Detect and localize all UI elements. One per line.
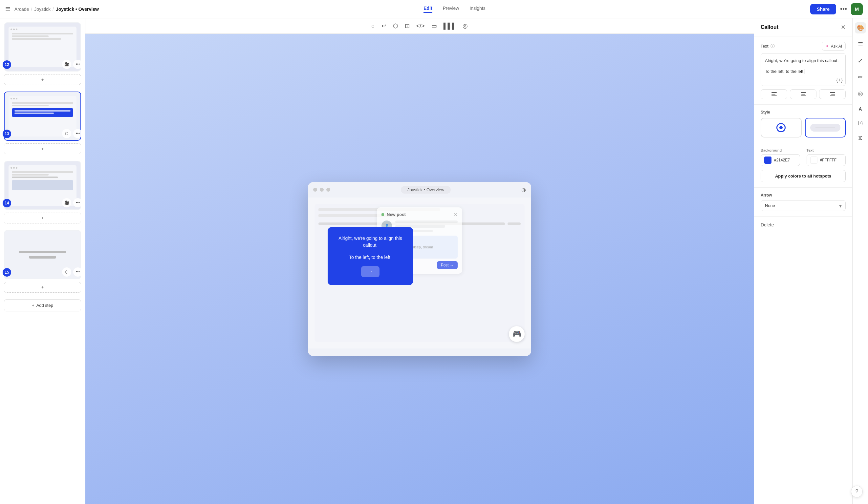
topbar-nav: Edit Preview Insights: [103, 6, 806, 13]
toolbar-rect-icon[interactable]: ▭: [431, 22, 437, 30]
svg-rect-2: [772, 95, 777, 96]
slide-thumb-15: 15 ⬡ •••: [4, 230, 81, 279]
delete-button[interactable]: Delete: [761, 222, 774, 228]
ask-ai-sparkle-icon: ✦: [825, 44, 829, 49]
ask-ai-label: Ask AI: [831, 44, 842, 49]
text-content-line3: To the left, to the left.: [765, 68, 841, 75]
text-color-swatch[interactable]: #FFFFFF: [807, 154, 846, 166]
background-color-swatch[interactable]: #2142E7: [761, 154, 800, 166]
right-icon-bar: 🎨 ☰ ⤢ ✏ ◎ A {+} ⧖: [852, 18, 868, 504]
add-step-btn-after-15[interactable]: +: [4, 282, 81, 293]
tab-insights[interactable]: Insights: [469, 6, 485, 13]
frame-dot-1: [313, 188, 317, 192]
svg-rect-1: [772, 94, 775, 94]
toolbar-circle-icon[interactable]: ○: [371, 23, 375, 30]
add-step-btn-after-12[interactable]: +: [4, 74, 81, 85]
add-final-step-button[interactable]: + Add step: [4, 299, 81, 312]
toolbar-layers-icon[interactable]: ⬡: [393, 22, 398, 30]
tab-preview[interactable]: Preview: [443, 6, 459, 13]
layers-icon[interactable]: ☰: [856, 39, 865, 50]
slide-item-14[interactable]: 14 🎥 •••: [0, 157, 85, 210]
align-center-button[interactable]: [790, 89, 816, 99]
share-button[interactable]: Share: [810, 4, 836, 14]
arcade-badge[interactable]: 🎮: [509, 326, 525, 342]
app-frame: Joystick • Overview ◑: [308, 182, 531, 356]
svg-rect-6: [830, 92, 835, 93]
breadcrumb-joystick[interactable]: Joystick: [34, 7, 51, 12]
color-row: Background #2142E7 Text #FFFFFF: [761, 148, 846, 166]
slide-thumb-12: 12 🎥 •••: [4, 22, 81, 72]
callout-arrow-button[interactable]: →: [361, 266, 380, 277]
pen-icon[interactable]: ✏: [856, 72, 865, 83]
topbar: ☰ Arcade / Joystick / Joystick • Overvie…: [0, 0, 868, 18]
frame-dots: [313, 188, 330, 192]
panel-text-section: Text ⓘ ✦ Ask AI Alright, we're going to …: [754, 36, 852, 105]
breadcrumb-arcade[interactable]: Arcade: [14, 7, 29, 12]
variable-icon[interactable]: {+}: [856, 119, 865, 127]
ask-ai-button[interactable]: ✦ Ask AI: [822, 42, 846, 51]
toolbar-code-icon[interactable]: </>: [416, 23, 425, 30]
color-item-text: Text #FFFFFF: [807, 148, 846, 166]
background-hex-text: #2142E7: [774, 158, 790, 162]
toolbar-cursor-icon[interactable]: ↩: [382, 22, 386, 30]
frame-titlebar: Joystick • Overview ◑: [308, 182, 531, 198]
panel-close-button[interactable]: ✕: [841, 24, 846, 31]
align-right-icon: [830, 92, 835, 96]
panel-title: Callout: [761, 24, 778, 30]
slide-more-icon-14[interactable]: •••: [73, 198, 81, 207]
style-section-label: Style: [761, 110, 846, 115]
align-center-icon: [801, 92, 806, 96]
help-button[interactable]: ?: [851, 486, 863, 497]
toolbar-frame-icon[interactable]: ⊡: [405, 22, 410, 30]
frame-half-button[interactable]: ◑: [521, 187, 526, 193]
align-left-button[interactable]: [761, 89, 787, 99]
text-variable-button[interactable]: {+}: [836, 77, 843, 83]
sidebar: 12 🎥 ••• +: [0, 18, 85, 504]
breadcrumb-sep1: /: [31, 7, 32, 12]
expand-icon[interactable]: ⤢: [856, 55, 865, 66]
frame-dot-3: [326, 188, 330, 192]
callout-text-line2: To the left, to the left.: [335, 254, 405, 261]
style-option-circle[interactable]: [761, 118, 802, 137]
more-button[interactable]: •••: [840, 5, 847, 13]
style-option-button[interactable]: —————: [805, 118, 846, 137]
translate-icon[interactable]: A: [857, 104, 864, 114]
arrow-select[interactable]: None Top Bottom Left Right: [761, 200, 846, 211]
slide-item-15[interactable]: 15 ⬡ •••: [0, 226, 85, 279]
slide-more-icon-13[interactable]: •••: [73, 129, 81, 138]
add-step-btn-after-14[interactable]: +: [4, 213, 81, 223]
slide-component-icon-15[interactable]: ⬡: [62, 267, 71, 276]
callout-popup: Alright, we're going to align this callo…: [328, 227, 413, 285]
toolbar-target-icon[interactable]: ◎: [463, 22, 468, 30]
callout-text-line1: Alright, we're going to align this callo…: [335, 235, 405, 249]
slide-component-icon-13[interactable]: ⬡: [62, 129, 71, 138]
target-icon[interactable]: ◎: [856, 88, 865, 99]
avatar[interactable]: M: [851, 3, 863, 15]
tab-edit[interactable]: Edit: [424, 6, 432, 13]
toolbar-chart-icon[interactable]: ▌▌▌: [444, 23, 456, 30]
arrow-select-wrapper: None Top Bottom Left Right: [761, 200, 846, 211]
breadcrumb-current: Joystick • Overview: [56, 7, 99, 12]
text-hex-text: #FFFFFF: [820, 158, 837, 162]
slide-more-icon-12[interactable]: •••: [73, 60, 81, 69]
apply-colors-button[interactable]: Apply colors to all hotspots: [761, 170, 846, 182]
panel-header: Callout ✕: [754, 18, 852, 36]
breadcrumb-sep2: /: [52, 7, 54, 12]
add-final-label: Add step: [37, 303, 53, 308]
slide-video-icon-14[interactable]: 🎥: [62, 198, 71, 207]
plus-icon-3: +: [41, 216, 44, 220]
slide-video-icon-12[interactable]: 🎥: [62, 60, 71, 69]
palette-icon[interactable]: 🎨: [855, 22, 866, 33]
add-step-btn-after-13[interactable]: +: [4, 144, 81, 154]
slide-more-icon-15[interactable]: •••: [73, 267, 81, 276]
slide-item-12[interactable]: 12 🎥 •••: [0, 18, 85, 72]
connect-icon[interactable]: ⧖: [856, 133, 865, 144]
align-buttons: [761, 89, 846, 99]
text-swatch-box: [810, 157, 817, 164]
menu-icon[interactable]: ☰: [5, 6, 10, 13]
slide-item-13[interactable]: 13 ⬡ •••: [0, 87, 85, 141]
background-swatch-box: [764, 157, 772, 164]
text-editor[interactable]: Alright, we're going to align this callo…: [761, 53, 846, 86]
text-color-label: Text: [807, 148, 846, 152]
align-right-button[interactable]: [819, 89, 846, 99]
